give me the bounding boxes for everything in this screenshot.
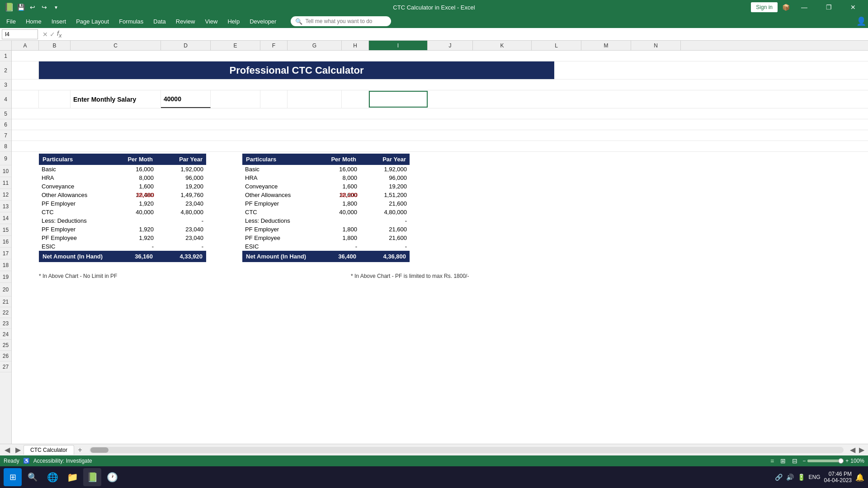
notifications-icon[interactable]: 🔔 — [855, 473, 864, 482]
zoom-out-icon[interactable]: − — [802, 458, 806, 464]
row-num-13[interactable]: 13 — [0, 201, 11, 212]
scroll-right-icon[interactable]: ▶ — [857, 446, 866, 454]
col-header-g[interactable]: G — [288, 41, 342, 50]
row-num-4[interactable]: 4 — [0, 90, 11, 108]
cell-b4[interactable] — [39, 90, 71, 108]
formula-input[interactable] — [64, 29, 866, 39]
excel-taskbar-button[interactable]: 📗 — [83, 468, 101, 486]
cell-c4-salary-label[interactable]: Enter Monthly Salary — [71, 90, 161, 108]
row-num-6[interactable]: 6 — [0, 119, 11, 130]
row-num-11[interactable]: 11 — [0, 177, 11, 189]
row-num-9[interactable]: 9 — [0, 152, 11, 165]
save-icon[interactable]: 💾 — [16, 3, 25, 12]
start-button[interactable]: ⊞ — [4, 468, 22, 486]
dropdown-icon[interactable]: ▼ — [52, 3, 61, 12]
clock-button[interactable]: 🕐 — [103, 468, 121, 486]
undo-icon[interactable]: ↩ — [28, 3, 37, 12]
zoom-slider[interactable] — [807, 460, 844, 462]
row-num-5[interactable]: 5 — [0, 108, 11, 119]
row-num-15[interactable]: 15 — [0, 224, 11, 236]
zoom-thumb[interactable] — [838, 458, 844, 464]
row-num-19[interactable]: 19 — [0, 271, 11, 283]
add-sheet-button[interactable]: + — [75, 445, 85, 455]
store-icon[interactable]: 📦 — [781, 3, 790, 12]
row-num-25[interactable]: 25 — [0, 340, 11, 351]
cell-a4[interactable] — [12, 90, 39, 108]
col-header-c[interactable]: C — [71, 41, 161, 50]
minimize-button[interactable]: — — [794, 0, 815, 14]
search-button[interactable]: 🔍 — [24, 468, 42, 486]
col-header-k[interactable]: K — [473, 41, 532, 50]
cell-e4[interactable] — [211, 90, 260, 108]
row-num-8[interactable]: 8 — [0, 141, 11, 152]
share-icon[interactable]: 👤 — [856, 16, 866, 26]
col-header-h[interactable]: H — [342, 41, 369, 50]
insert-function-icon[interactable]: fx — [57, 29, 61, 39]
row-num-18[interactable]: 18 — [0, 259, 11, 271]
menu-view[interactable]: View — [200, 16, 222, 27]
zoom-in-icon[interactable]: + — [845, 458, 849, 464]
row-num-27[interactable]: 27 — [0, 361, 11, 372]
menu-page-layout[interactable]: Page Layout — [71, 16, 113, 27]
sheet-tab-ctc[interactable]: CTC Calculator — [24, 445, 74, 455]
row-num-14[interactable]: 14 — [0, 212, 11, 224]
col-header-m[interactable]: M — [581, 41, 631, 50]
col-header-b[interactable]: B — [39, 41, 71, 50]
cell-g4[interactable] — [288, 90, 342, 108]
col-header-d[interactable]: D — [161, 41, 211, 50]
confirm-formula-icon[interactable]: ✓ — [50, 31, 55, 38]
row-num-26[interactable]: 26 — [0, 351, 11, 361]
row-num-3[interactable]: 3 — [0, 80, 11, 90]
row-num-16[interactable]: 16 — [0, 236, 11, 248]
row-num-1[interactable]: 1 — [0, 51, 11, 61]
col-header-n[interactable]: N — [631, 41, 681, 50]
menu-file[interactable]: File — [2, 16, 20, 27]
cell-reference-input[interactable] — [2, 29, 38, 39]
row-num-24[interactable]: 24 — [0, 329, 11, 340]
menu-insert[interactable]: Insert — [47, 16, 71, 27]
row-num-12[interactable]: 12 — [0, 189, 11, 201]
menu-help[interactable]: Help — [223, 16, 244, 27]
sign-in-button[interactable]: Sign in — [751, 2, 778, 12]
sheet-nav-left[interactable]: ◀ — [2, 446, 13, 454]
sheet-nav-right[interactable]: ▶ — [13, 446, 24, 454]
cell-h4[interactable] — [342, 90, 369, 108]
col-header-i[interactable]: I — [369, 41, 428, 50]
horizontal-scrollbar[interactable] — [90, 447, 844, 453]
row-num-20[interactable]: 20 — [0, 283, 11, 296]
scroll-left-icon[interactable]: ◀ — [848, 446, 857, 454]
cancel-formula-icon[interactable]: ✕ — [42, 31, 48, 38]
menu-data[interactable]: Data — [149, 16, 170, 27]
row-num-10[interactable]: 10 — [0, 165, 11, 177]
col-header-f[interactable]: F — [260, 41, 288, 50]
restore-button[interactable]: ❐ — [818, 0, 839, 14]
cell-d4-salary-value[interactable]: 40000 — [161, 90, 211, 108]
col-header-a[interactable]: A — [12, 41, 39, 50]
menu-review[interactable]: Review — [171, 16, 200, 27]
menu-formulas[interactable]: Formulas — [114, 16, 148, 27]
row-num-22[interactable]: 22 — [0, 307, 11, 318]
close-button[interactable]: ✕ — [843, 0, 863, 14]
col-header-l[interactable]: L — [532, 41, 581, 50]
scrollbar-thumb[interactable] — [90, 447, 108, 453]
tell-me-input[interactable] — [305, 18, 387, 24]
cell-i4-selected[interactable] — [369, 91, 428, 108]
normal-view-button[interactable]: ≡ — [769, 457, 775, 465]
cell-a2[interactable] — [12, 61, 39, 79]
page-break-view-button[interactable]: ⊟ — [791, 457, 799, 465]
row-num-17[interactable]: 17 — [0, 248, 11, 259]
row-num-23[interactable]: 23 — [0, 318, 11, 329]
redo-icon[interactable]: ↪ — [40, 3, 49, 12]
tell-me-box[interactable]: 🔍 — [291, 16, 391, 26]
col-header-j[interactable]: J — [428, 41, 473, 50]
explorer-button[interactable]: 📁 — [63, 468, 81, 486]
cell-f4[interactable] — [260, 90, 288, 108]
page-layout-view-button[interactable]: ⊞ — [779, 457, 787, 465]
col-header-e[interactable]: E — [211, 41, 260, 50]
row-num-7[interactable]: 7 — [0, 130, 11, 141]
row-num-2[interactable]: 2 — [0, 61, 11, 80]
row-num-21[interactable]: 21 — [0, 296, 11, 307]
menu-developer[interactable]: Developer — [245, 16, 281, 27]
menu-home[interactable]: Home — [21, 16, 46, 27]
edge-button[interactable]: 🌐 — [43, 468, 61, 486]
